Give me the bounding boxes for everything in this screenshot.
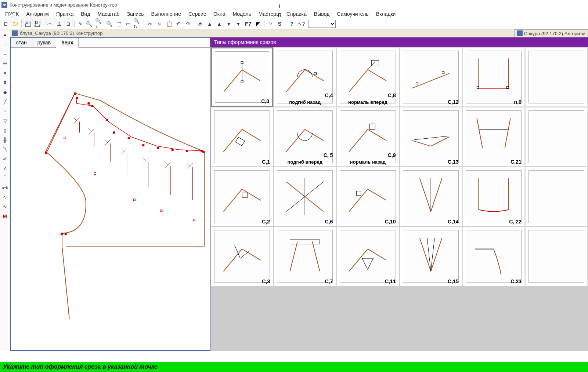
- canvas-view[interactable]: [11, 48, 210, 350]
- cross-icon[interactable]: ✕: [1, 69, 9, 77]
- gallery-cell[interactable]: С,23: [462, 227, 525, 286]
- toolbar-letter-s[interactable]: S: [275, 19, 284, 28]
- gallery-cell[interactable]: С,8нормаль вперед: [336, 47, 399, 107]
- menu-item[interactable]: Выполнение: [147, 10, 184, 18]
- menu-item[interactable]: Модель: [229, 10, 255, 18]
- gallery-cell[interactable]: С,21: [462, 107, 525, 167]
- arrow-left-icon[interactable]: ←: [1, 50, 9, 58]
- arrow-up-right-icon[interactable]: ◤: [254, 19, 263, 28]
- cut-icon[interactable]: ✂: [145, 19, 154, 28]
- save-icon[interactable]: 💾: [23, 19, 32, 28]
- gallery-cell[interactable]: С,10: [336, 167, 399, 226]
- gallery-cell[interactable]: n,0: [462, 47, 525, 107]
- wave-red-icon[interactable]: ∿: [1, 203, 9, 211]
- new-icon[interactable]: 🗋: [1, 19, 10, 28]
- arrow-right-icon[interactable]: →: [1, 40, 9, 48]
- canvas-tab[interactable]: рукав: [32, 38, 56, 47]
- gallery-cell[interactable]: С,12: [400, 47, 462, 107]
- cell-label: С,11: [385, 278, 396, 284]
- menu-item[interactable]: Справка: [283, 10, 310, 18]
- rect-icon[interactable]: ▯: [1, 126, 9, 134]
- wave-icon[interactable]: ∿: [1, 193, 9, 201]
- zoom-in-icon[interactable]: 🔍+: [95, 19, 104, 28]
- gallery-cell[interactable]: С,7: [274, 227, 336, 286]
- menu-item[interactable]: Масштаб: [94, 10, 123, 18]
- gallery-cell[interactable]: С,15: [400, 227, 462, 286]
- circle-icon[interactable]: ●: [1, 31, 9, 39]
- redo-icon[interactable]: ↷: [184, 19, 192, 28]
- triangle-down2-icon[interactable]: ▼: [234, 19, 243, 28]
- gallery-cell[interactable]: [525, 167, 588, 226]
- curve-icon[interactable]: 〰: [1, 107, 9, 115]
- gallery-cell[interactable]: С,14: [400, 167, 462, 226]
- ruler-icon[interactable]: ╫: [1, 136, 9, 144]
- canvas-tab[interactable]: стан: [11, 38, 32, 47]
- gallery-panel: Типы оформления срезов С,0С,4подгиб наза…: [210, 37, 588, 351]
- dot-icon[interactable]: ◆: [1, 88, 9, 96]
- triangle-up2-icon[interactable]: ▲: [215, 19, 224, 28]
- gallery-cell[interactable]: [525, 47, 588, 107]
- shape-icon[interactable]: ▽: [1, 117, 9, 125]
- zigzag-icon[interactable]: 〽: [1, 145, 9, 153]
- help-icon[interactable]: ?: [288, 19, 296, 28]
- gallery-cell[interactable]: С,9нормаль назад: [336, 107, 399, 167]
- zoom-out-icon[interactable]: 🔍-: [86, 19, 94, 28]
- save-red-icon[interactable]: 💾: [33, 19, 42, 28]
- gallery-cell[interactable]: С,0: [211, 47, 273, 107]
- angle-icon[interactable]: ∠: [1, 164, 9, 172]
- gallery-cell[interactable]: С,13: [400, 107, 462, 167]
- menu-item[interactable]: Окна: [210, 10, 229, 18]
- menu-item[interactable]: Вид: [77, 10, 94, 18]
- pen-icon[interactable]: ✎: [76, 19, 85, 28]
- gallery-cell[interactable]: С,2: [211, 167, 273, 226]
- menu-item[interactable]: Вывод: [310, 10, 333, 18]
- gallery-cell[interactable]: С, 22: [462, 167, 525, 226]
- svg-rect-43: [235, 137, 245, 146]
- zoom-refresh-icon[interactable]: 🔍↻: [133, 19, 142, 28]
- list-icon[interactable]: ☰: [1, 59, 9, 68]
- menu-item[interactable]: Вкладки: [372, 10, 400, 18]
- gallery-cell[interactable]: [525, 227, 588, 286]
- gallery-cell[interactable]: С, 5подгиб вперед: [274, 107, 336, 167]
- copy-icon[interactable]: ⎘: [155, 19, 164, 28]
- preview-icon[interactable]: 🗎: [64, 19, 73, 28]
- menu-item[interactable]: Самоучитель: [333, 10, 372, 18]
- whats-this-icon[interactable]: ↖?: [297, 19, 306, 28]
- toolbar-dropdown[interactable]: [308, 20, 336, 28]
- gallery-cell[interactable]: С,11: [336, 227, 399, 286]
- flag-icon[interactable]: 🏳: [266, 19, 275, 28]
- menu-item[interactable]: Запись: [123, 10, 148, 18]
- zoom-fit-icon[interactable]: 🔍: [105, 19, 113, 28]
- zoom-rect-icon[interactable]: ▭: [124, 19, 133, 28]
- menu-item[interactable]: Алгоритм: [22, 10, 53, 18]
- arc-icon[interactable]: ⌒: [1, 174, 9, 182]
- canvas-tab[interactable]: верх: [56, 38, 79, 48]
- print-icon[interactable]: 🖶: [54, 19, 63, 28]
- toolbar-letter-r[interactable]: R: [275, 11, 284, 19]
- zoom-window-icon[interactable]: ⬚: [114, 19, 123, 28]
- edit-pen-icon[interactable]: ✐: [1, 155, 9, 163]
- open-icon[interactable]: 📂: [11, 19, 20, 28]
- triangle-down-icon[interactable]: ▼: [224, 19, 233, 28]
- line-icon[interactable]: ╱: [1, 98, 9, 106]
- flip-h-icon[interactable]: ⬘: [196, 19, 205, 28]
- menu-item[interactable]: ПУСК: [1, 10, 22, 18]
- menu-item[interactable]: Правка: [53, 10, 77, 18]
- menu-item[interactable]: Сервис: [185, 10, 210, 18]
- zero-icon[interactable]: 0: [1, 79, 9, 87]
- gallery-cell[interactable]: С,4подгиб назад: [274, 47, 336, 107]
- gallery-cell[interactable]: [525, 107, 588, 167]
- gallery-cell[interactable]: С,1: [211, 107, 273, 167]
- undo-icon[interactable]: ↶: [174, 19, 183, 28]
- secondary-window-title-bar[interactable]: Сакура (92:170:2) Алгоритм: [514, 29, 588, 37]
- triangle-up-icon[interactable]: ▲: [205, 19, 214, 28]
- m-icon[interactable]: M: [1, 212, 9, 220]
- svg-line-65: [431, 178, 442, 211]
- f7-button[interactable]: F7: [244, 19, 253, 28]
- gallery-cell[interactable]: С,6: [274, 167, 336, 226]
- gallery-cell[interactable]: С,3: [211, 227, 273, 286]
- paste-icon[interactable]: 📋: [165, 19, 173, 28]
- formula-icon[interactable]: a+b: [1, 183, 9, 192]
- window-icon[interactable]: ▭: [45, 19, 54, 28]
- toolbar-letter-i[interactable]: i: [275, 2, 284, 11]
